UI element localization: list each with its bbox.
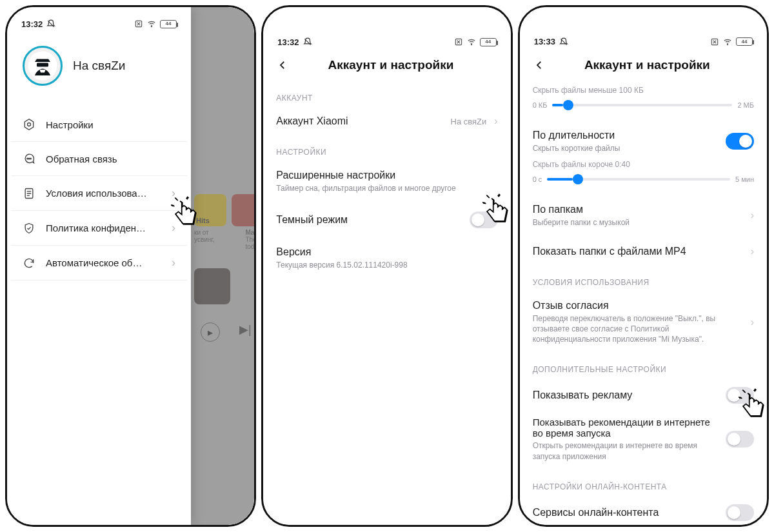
section-extra: ДОПОЛНИТЕЛЬНЫЕ НАСТРОЙКИ bbox=[533, 365, 754, 374]
svg-point-7 bbox=[30, 158, 32, 159]
drawer-item-feedback[interactable]: Обратная связь bbox=[11, 142, 187, 176]
chevron-right-icon: › bbox=[172, 256, 175, 270]
page-title: Аккаунт и настройки bbox=[298, 58, 499, 72]
row-online-services[interactable]: Сервисы онлайн-контента bbox=[533, 495, 754, 525]
row-show-ads[interactable]: Показывать рекламу bbox=[533, 378, 754, 413]
wifi-icon bbox=[723, 37, 732, 46]
mute-icon bbox=[46, 19, 55, 28]
chevron-right-icon: › bbox=[751, 246, 754, 257]
background-app-dimmed: Показать все › ▶ 3,0M МОЯ зыка и сл… bbox=[188, 7, 254, 525]
app-header: Аккаунт и настройки bbox=[263, 51, 510, 82]
toggle-by-length[interactable] bbox=[726, 133, 754, 150]
status-bar: 13:33 44 bbox=[520, 33, 767, 51]
row-xiaomi-account[interactable]: Аккаунт Xiaomi На свяZи › bbox=[276, 106, 497, 136]
drawer-item-label: Политика конфиден… bbox=[46, 222, 161, 233]
row-by-folder[interactable]: По папкам Выберите папки с музыкой › bbox=[533, 195, 754, 237]
nav-drawer: 13:32 44 На свяZи Настройки bbox=[7, 7, 191, 525]
row-advanced-settings[interactable]: Расширенные настройки Таймер сна, фильтр… bbox=[276, 161, 497, 202]
section-account: АККАУНТ bbox=[276, 94, 497, 103]
drawer-item-label: Настройки bbox=[46, 119, 175, 130]
row-mp4-folders[interactable]: Показать папки с файлами MP4 › bbox=[533, 237, 754, 266]
phone-settings-main: 13:32 44 Аккаунт и настройки АККАУНТ bbox=[261, 5, 512, 527]
chevron-right-icon: › bbox=[172, 221, 175, 235]
chevron-left-icon bbox=[533, 59, 545, 71]
no-sim-icon bbox=[710, 37, 719, 46]
account-value: На свяZи bbox=[451, 117, 487, 126]
drawer-item-settings[interactable]: Настройки bbox=[11, 108, 187, 142]
section-settings: НАСТРОЙКИ bbox=[276, 148, 497, 157]
section-online: НАСТРОЙКИ ОНЛАЙН-КОНТЕНТА bbox=[533, 482, 754, 491]
wifi-icon bbox=[467, 37, 476, 46]
svg-point-10 bbox=[471, 44, 471, 45]
svg-point-4 bbox=[28, 123, 31, 126]
row-show-recs[interactable]: Показывать рекомендации в интернете во в… bbox=[533, 413, 754, 470]
settings-hex-icon bbox=[23, 118, 35, 131]
svg-point-5 bbox=[27, 158, 28, 159]
chevron-right-icon: › bbox=[172, 186, 175, 200]
slider-hide-small[interactable]: Скрыть файлы меньше 100 КБ 0 КБ 2 МБ bbox=[533, 82, 754, 121]
page-title: Аккаунт и настройки bbox=[555, 58, 755, 72]
status-time: 13:32 bbox=[277, 37, 299, 47]
battery-icon: 44 bbox=[480, 38, 497, 46]
profile-name: На свяZи bbox=[73, 59, 125, 73]
drawer-item-update[interactable]: Автоматическое об… › bbox=[11, 246, 187, 281]
status-bar: 13:32 44 bbox=[263, 33, 510, 51]
row-version: Версия Текущая версия 6.15.02.111420i-99… bbox=[276, 237, 497, 279]
no-sim-icon bbox=[134, 19, 143, 28]
slider-hide-short[interactable]: Скрыть файлы короче 0:40 0 с 5 мин bbox=[533, 156, 754, 195]
chevron-right-icon: › bbox=[751, 210, 754, 221]
svg-point-12 bbox=[727, 44, 728, 44]
svg-rect-3 bbox=[37, 63, 48, 67]
profile-header[interactable]: На свяZи bbox=[7, 32, 191, 108]
row-by-length[interactable]: По длительности Скрыть короткие файлы bbox=[533, 121, 754, 156]
back-button[interactable] bbox=[275, 57, 290, 73]
chevron-right-icon: › bbox=[751, 317, 754, 328]
chevron-left-icon bbox=[277, 59, 288, 71]
drawer-item-label: Условия использова… bbox=[46, 188, 161, 199]
status-time: 13:32 bbox=[21, 19, 43, 29]
privacy-icon bbox=[23, 222, 35, 235]
mute-icon bbox=[303, 37, 312, 46]
row-dark-mode[interactable]: Темный режим bbox=[276, 202, 497, 237]
toggle-recs[interactable] bbox=[726, 431, 754, 448]
svg-point-6 bbox=[28, 158, 30, 159]
drawer-item-label: Обратная связь bbox=[46, 153, 175, 164]
phone-settings-advanced: 13:33 44 Аккаунт и настройки Скрыть файл… bbox=[518, 5, 769, 527]
svg-point-1 bbox=[151, 26, 152, 27]
drawer-item-label: Автоматическое об… bbox=[46, 257, 161, 268]
phone-drawer: Показать все › ▶ 3,0M МОЯ зыка и сл… bbox=[5, 5, 256, 527]
feedback-icon bbox=[23, 152, 35, 165]
drawer-item-terms[interactable]: Условия использова… › bbox=[11, 176, 187, 211]
row-revoke-consent[interactable]: Отзыв согласия Переводя переключатель в … bbox=[533, 291, 754, 354]
back-button[interactable] bbox=[531, 57, 547, 73]
wifi-icon bbox=[147, 19, 156, 28]
status-bar: 13:32 44 bbox=[7, 15, 191, 33]
battery-icon: 44 bbox=[736, 37, 753, 46]
toggle-ads[interactable] bbox=[726, 387, 754, 404]
terms-icon bbox=[23, 187, 35, 200]
avatar bbox=[23, 46, 63, 86]
app-header: Аккаунт и настройки bbox=[520, 51, 767, 82]
toggle-online-services[interactable] bbox=[726, 504, 754, 521]
status-time: 13:33 bbox=[534, 37, 555, 46]
section-terms: УСЛОВИЯ ИСПОЛЬЗОВАНИЯ bbox=[533, 278, 754, 287]
drawer-menu: Настройки Обратная связь Условия использ… bbox=[7, 108, 191, 281]
no-sim-icon bbox=[454, 37, 463, 46]
chevron-right-icon: › bbox=[494, 115, 497, 127]
drawer-item-privacy[interactable]: Политика конфиден… › bbox=[11, 211, 187, 246]
toggle-dark-mode[interactable] bbox=[470, 212, 498, 228]
update-icon bbox=[23, 257, 35, 270]
mute-icon bbox=[559, 37, 568, 46]
battery-icon: 44 bbox=[160, 20, 177, 28]
